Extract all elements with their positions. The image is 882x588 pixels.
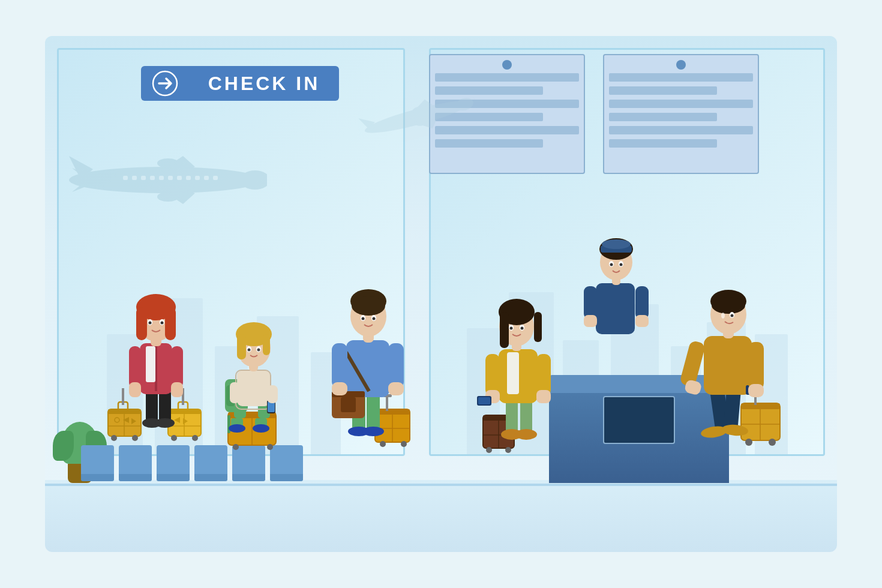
counter-screen [603,396,675,444]
svg-rect-182 [704,336,752,395]
svg-rect-20 [213,176,218,180]
svg-rect-139 [507,352,519,394]
character-blue-sweater-man [321,271,417,487]
svg-rect-93 [237,334,246,359]
svg-point-105 [380,441,386,447]
svg-point-168 [620,263,623,266]
svg-point-52 [155,418,175,428]
svg-rect-19 [204,176,209,180]
svg-rect-56 [129,346,141,388]
checkin-label: CHECK IN [208,73,320,95]
svg-rect-184 [679,340,706,388]
svg-point-194 [731,314,734,317]
svg-point-72 [233,444,239,450]
svg-point-110 [362,427,384,436]
svg-point-98 [257,349,260,352]
svg-point-193 [721,313,725,319]
svg-rect-12 [141,176,146,180]
svg-point-132 [486,447,492,453]
svg-rect-145 [536,390,551,403]
svg-rect-150 [534,312,542,342]
svg-rect-57 [129,382,141,397]
airplane-large-icon [63,144,267,216]
svg-point-82 [229,424,245,433]
character-staff [578,226,656,382]
svg-point-126 [362,317,365,320]
checkin-text-box: CHECK IN [189,66,339,101]
svg-rect-16 [177,176,182,180]
svg-rect-50 [159,391,171,421]
checkin-sign: CHECK IN [141,66,339,101]
svg-rect-11 [132,176,137,180]
arrow-right-icon [152,70,178,97]
svg-rect-187 [748,384,764,397]
floor [45,480,837,552]
svg-rect-15 [168,176,173,180]
svg-rect-49 [146,391,158,421]
svg-point-137 [515,429,537,440]
airport-scene: CHECK IN [45,36,837,552]
svg-rect-64 [165,307,176,340]
svg-rect-116 [332,343,347,388]
svg-point-133 [505,447,511,453]
svg-rect-144 [536,354,551,396]
character-yellow-jacket-woman [471,283,564,487]
svg-rect-143 [478,397,490,404]
svg-rect-140 [485,354,500,396]
svg-rect-158 [635,286,649,319]
svg-point-191 [712,297,745,314]
svg-rect-117 [332,382,347,395]
svg-rect-88 [267,385,278,403]
svg-point-83 [253,424,269,433]
svg-rect-84 [237,370,270,406]
svg-rect-14 [159,176,164,180]
svg-rect-58 [171,346,183,388]
svg-rect-89 [230,382,239,403]
svg-rect-156 [584,286,597,319]
svg-point-154 [521,327,524,330]
svg-rect-149 [500,312,509,348]
svg-point-67 [149,322,152,325]
svg-rect-17 [186,176,191,180]
svg-point-167 [610,263,613,266]
svg-rect-55 [146,346,155,382]
svg-point-36 [111,435,117,441]
svg-point-169 [637,316,647,326]
svg-point-97 [248,349,251,352]
svg-point-106 [401,441,407,447]
svg-rect-118 [388,343,404,388]
svg-point-127 [373,317,376,320]
svg-point-153 [510,327,513,330]
svg-rect-186 [748,342,764,390]
svg-point-47 [171,435,177,441]
svg-point-73 [267,444,273,450]
svg-rect-171 [741,403,780,409]
checkin-arrow-box [141,66,189,101]
svg-point-37 [132,435,138,441]
svg-rect-94 [263,334,270,355]
svg-rect-10 [123,176,128,180]
character-walking-man [681,271,789,487]
svg-point-176 [745,439,752,446]
character-blonde-sitting [213,301,303,487]
svg-point-177 [769,439,776,446]
svg-rect-157 [584,315,597,327]
svg-rect-119 [388,382,404,395]
svg-rect-18 [195,176,200,180]
svg-point-9 [157,192,179,202]
character-red-jacket-woman [105,277,207,487]
svg-rect-134 [506,400,518,433]
svg-rect-59 [171,382,183,397]
svg-rect-38 [122,388,124,405]
svg-rect-63 [136,307,147,340]
svg-rect-155 [596,283,635,334]
svg-rect-103 [386,395,388,411]
svg-point-8 [157,158,179,168]
svg-point-123 [352,296,385,316]
svg-rect-13 [150,176,155,180]
svg-rect-135 [520,400,532,433]
flight-board-right [603,54,759,174]
svg-point-164 [602,239,631,249]
svg-point-48 [192,435,198,441]
svg-point-68 [161,322,164,325]
